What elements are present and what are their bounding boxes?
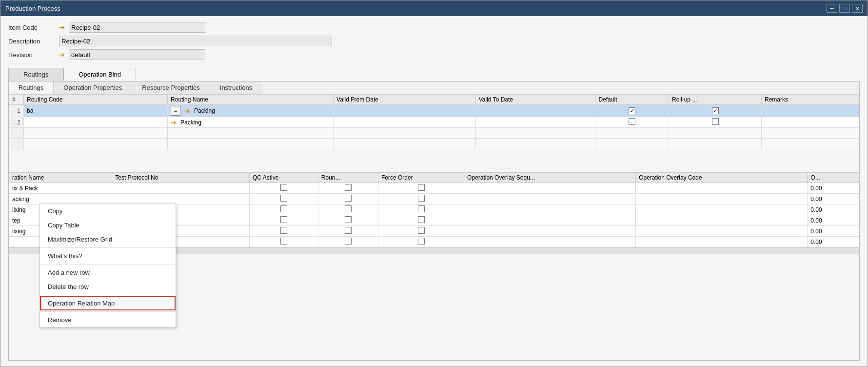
cell-o: 0.00 <box>808 226 859 237</box>
tab-routings[interactable]: Routings <box>8 68 63 81</box>
cell-force-order-checkbox[interactable] <box>418 216 425 223</box>
col-header-overlay-seq: Operation Overlay Sequ... <box>464 173 636 183</box>
cell-overlay-seq <box>464 194 636 204</box>
cell-qc-active <box>249 226 318 237</box>
table-row[interactable]: lix & Pack0.00 <box>9 183 859 194</box>
col-header-default: Default <box>595 95 669 105</box>
cell-force-order <box>378 226 464 237</box>
maximize-button[interactable]: □ <box>839 4 850 13</box>
col-header-routing-name: Routing Name <box>168 95 334 105</box>
context-menu-separator-4 <box>40 311 176 312</box>
edit-icon: = <box>171 106 180 116</box>
tab-inner-operation-properties[interactable]: Operation Properties <box>54 82 132 94</box>
cell-qc-active-checkbox[interactable] <box>280 227 287 234</box>
title-bar: Production Process ─ □ ✕ <box>0 0 868 16</box>
cell-default <box>595 117 669 128</box>
cell-qc-active <box>249 194 318 204</box>
context-menu-add-row[interactable]: Add a new row <box>40 265 176 280</box>
cell-force-order-checkbox[interactable] <box>418 227 425 234</box>
table-row[interactable]: acking0.00 <box>9 194 859 204</box>
context-menu-separator-2 <box>40 264 176 265</box>
tab-inner-instructions[interactable]: Instructions <box>210 82 262 94</box>
cell-routing-name: ➔ Packing <box>168 117 334 128</box>
close-button[interactable]: ✕ <box>852 4 863 13</box>
cell-rollup <box>669 117 762 128</box>
cell-default: ✓ <box>595 105 669 117</box>
revision-row: Revision ➔ <box>8 49 860 60</box>
inner-container: Routings Operation Properties Resource P… <box>8 81 860 361</box>
default-checkbox[interactable] <box>629 118 635 125</box>
col-header-overlay-code: Operation Overlay Code <box>636 173 808 183</box>
cell-o: 0.00 <box>808 204 859 215</box>
context-menu-maximize-grid[interactable]: Maximize/Restore Grid <box>40 232 176 246</box>
item-code-row: Item Code ➔ <box>8 22 860 33</box>
item-code-arrow-icon: ➔ <box>59 23 65 31</box>
context-menu-delete-row[interactable]: Delete the row <box>40 280 176 294</box>
default-checkbox[interactable]: ✓ <box>629 107 635 114</box>
context-menu-copy-table[interactable]: Copy Table <box>40 218 176 232</box>
cell-valid-from <box>334 105 476 117</box>
cell-roun-checkbox[interactable] <box>345 238 352 245</box>
cell-overlay-seq <box>464 215 636 226</box>
cell-overlay-seq <box>464 226 636 237</box>
cell-roun <box>318 226 378 237</box>
inner-tabs: Routings Operation Properties Resource P… <box>9 82 859 94</box>
cell-overlay-seq <box>464 183 636 194</box>
cell-roun-checkbox[interactable] <box>345 195 352 202</box>
col-header-remarks: Remarks <box>762 95 859 105</box>
rollup-checkbox[interactable] <box>712 118 719 125</box>
routing-arrow-icon: ➔ <box>184 107 190 115</box>
window-controls: ─ □ ✕ <box>827 4 863 13</box>
cell-force-order-checkbox[interactable] <box>418 238 425 245</box>
table-row[interactable]: 1 ba = ➔ Packing <box>9 105 859 117</box>
cell-force-order <box>378 215 464 226</box>
description-input[interactable] <box>59 36 332 46</box>
cell-rollup: ✓ <box>669 105 762 117</box>
cell-qc-active-checkbox[interactable] <box>280 238 287 245</box>
cell-force-order-checkbox[interactable] <box>418 205 425 212</box>
cell-force-order-checkbox[interactable] <box>418 195 425 202</box>
cell-roun-checkbox[interactable] <box>345 227 352 234</box>
minimize-button[interactable]: ─ <box>827 4 837 13</box>
cell-overlay-code <box>636 215 808 226</box>
revision-label: Revision <box>8 51 57 59</box>
cell-valid-to <box>475 105 595 117</box>
rollup-checkbox[interactable]: ✓ <box>712 107 719 114</box>
window-title: Production Process <box>5 5 60 12</box>
item-code-input[interactable] <box>69 22 205 33</box>
tab-inner-routings[interactable]: Routings <box>9 82 54 94</box>
context-menu-copy[interactable]: Copy <box>40 204 176 218</box>
revision-arrow-icon: ➔ <box>59 51 65 59</box>
cell-roun-checkbox[interactable] <box>345 184 352 191</box>
col-header-force-order: Force Order <box>378 173 464 183</box>
col-header-num: # <box>9 95 24 105</box>
context-menu-separator <box>40 247 176 248</box>
revision-input[interactable] <box>69 49 205 60</box>
cell-overlay-code <box>636 226 808 237</box>
context-menu-operation-relation-map[interactable]: Operation Relation Map <box>40 296 176 310</box>
cell-roun-checkbox[interactable] <box>345 216 352 223</box>
context-menu-separator-3 <box>40 295 176 295</box>
context-menu-whats-this[interactable]: What's this? <box>40 249 176 263</box>
cell-qc-active-checkbox[interactable] <box>280 195 287 202</box>
col-header-test-protocol: Test Protocol No <box>112 173 250 183</box>
cell-force-order-checkbox[interactable] <box>418 184 425 191</box>
cell-routing-code: ba <box>24 105 168 117</box>
cell-roun-checkbox[interactable] <box>345 205 352 212</box>
cell-qc-active-checkbox[interactable] <box>280 184 287 191</box>
tab-inner-resource-properties[interactable]: Resource Properties <box>132 82 210 94</box>
table-row-empty <box>9 139 859 149</box>
cell-qc-active-checkbox[interactable] <box>280 216 287 223</box>
top-grid: # Routing Code Routing Name Valid From D… <box>9 94 859 172</box>
cell-remarks <box>762 117 859 128</box>
cell-o: 0.00 <box>808 194 859 204</box>
cell-test-protocol <box>112 183 250 194</box>
tab-operation-bind[interactable]: Operation Bind <box>63 68 136 81</box>
col-header-roun: Roun... <box>318 173 378 183</box>
cell-force-order <box>378 183 464 194</box>
table-row[interactable]: 2 ➔ Packing <box>9 117 859 128</box>
context-menu-remove[interactable]: Remove <box>40 313 176 327</box>
description-label: Description <box>8 38 57 45</box>
cell-qc-active-checkbox[interactable] <box>280 205 287 212</box>
cell-force-order <box>378 237 464 247</box>
